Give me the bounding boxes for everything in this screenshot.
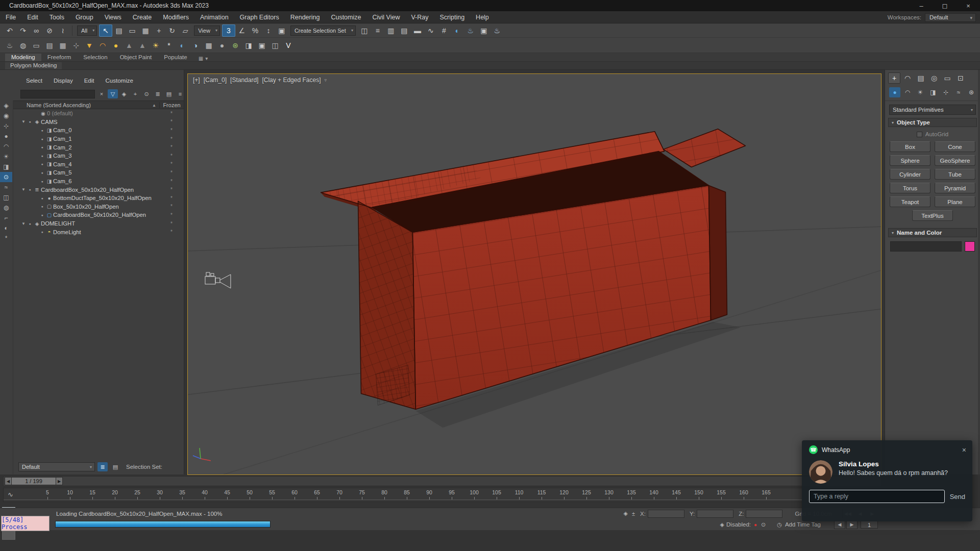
reference-coordinate-dropdown[interactable]: View▾ [194, 26, 220, 36]
render-teapot-icon[interactable]: ♨ [3, 39, 16, 52]
autogrid-checkbox[interactable] [917, 132, 922, 137]
display-frozen-icon[interactable]: * [0, 233, 12, 243]
display-children-icon[interactable]: ⊹ [0, 121, 12, 131]
geometry-category-icon[interactable]: ● [889, 87, 900, 97]
rendered-frame-window-icon[interactable]: ▣ [477, 24, 491, 37]
display-spacewarps-icon[interactable]: ≈ [0, 182, 12, 192]
viewport-label-segment[interactable]: [Clay + Edged Faces] [262, 77, 321, 84]
camera-viewport[interactable]: [+][Cam_0][Standard][Clay + Edged Faces]… [187, 73, 881, 475]
primitive-button[interactable]: TextPlus [912, 210, 953, 221]
primitive-button[interactable]: Cylinder [890, 169, 930, 180]
viewport-menu-icon[interactable]: ▿ [324, 78, 327, 83]
explorer-row[interactable]: ● ● BottomDuctTape_50x10x20_HalfOpen * [13, 194, 184, 203]
primitive-button[interactable]: GeoSphere [935, 155, 975, 166]
visibility-eye-icon[interactable]: ● [39, 205, 45, 208]
explorer-row[interactable]: ◉ 0 (default) * [13, 109, 184, 118]
x-coordinate-field[interactable] [648, 510, 684, 518]
display-influences-icon[interactable]: ◉ [0, 111, 12, 121]
close-button[interactable]: × [957, 0, 980, 11]
schematic-view-icon[interactable]: # [437, 24, 451, 37]
visibility-eye-icon[interactable]: ● [39, 162, 45, 166]
frozen-toggle[interactable]: * [159, 161, 184, 167]
lock-cell-editing-icon[interactable]: ◈ [0, 101, 12, 111]
angle-snap-icon[interactable]: ∠ [235, 24, 249, 37]
frozen-toggle[interactable]: * [159, 119, 184, 124]
camera-icon[interactable]: ◨ [242, 39, 255, 52]
explorer-preset-dropdown[interactable]: Default ▾ [18, 462, 95, 471]
vray-toolbar-icon[interactable]: V [282, 39, 295, 52]
absolute-relative-icon[interactable]: ± [632, 511, 635, 517]
safe-scene-shield-icon[interactable]: ◈ [720, 521, 724, 528]
render-production-icon[interactable]: ♨ [491, 24, 504, 37]
visibility-eye-icon[interactable]: ● [39, 196, 45, 200]
primitive-button[interactable]: Box [890, 141, 930, 152]
ribbon-tab[interactable]: Selection [77, 54, 113, 61]
display-cameras-icon[interactable]: ◨ [0, 162, 12, 172]
state-sets-box-icon[interactable]: ▦ [56, 39, 69, 52]
name-and-color-rollout[interactable]: ▾ Name and Color [888, 228, 977, 237]
modify-tab-icon[interactable]: ◠ [901, 72, 914, 84]
sun-light-icon[interactable]: ☀ [149, 39, 162, 52]
visibility-eye-icon[interactable]: ● [39, 137, 45, 141]
primitive-button[interactable]: Tube [935, 169, 975, 180]
object-type-rollout[interactable]: ▾ Object Type [888, 118, 977, 127]
material-sphere-glass-icon[interactable]: ◑ [189, 39, 202, 52]
viewport-label-segment[interactable]: [Cam_0] [204, 77, 227, 84]
menu-item[interactable]: File [0, 14, 21, 21]
frozen-toggle[interactable]: * [159, 170, 184, 176]
menu-item[interactable]: Customize [325, 14, 366, 21]
dome-light-icon[interactable]: ◠ [96, 39, 109, 52]
light-funnel-icon[interactable]: ▼ [83, 39, 96, 52]
show-hierarchy-icon[interactable]: ▤ [164, 89, 174, 98]
z-coordinate-field[interactable] [746, 510, 782, 518]
explorer-menu-item[interactable]: Edit [80, 77, 99, 84]
primitive-button[interactable]: Torus [890, 183, 930, 193]
explorer-row[interactable]: ● ◨ Cam_1 * [13, 135, 184, 143]
display-helpers-icon[interactable]: ⊙ [0, 172, 12, 182]
object-name-field[interactable] [890, 241, 962, 252]
shapes-category-icon[interactable]: ◠ [902, 87, 913, 97]
scene-nodes-icon[interactable]: ⊹ [69, 39, 83, 52]
primitive-button[interactable]: Cone [935, 141, 975, 152]
explorer-search-input[interactable] [20, 90, 95, 98]
ribbon-minimize-icon[interactable]: ▾ [205, 56, 208, 61]
time-slider-handle[interactable]: ◀ 1 / 199 ▶ [5, 477, 63, 485]
frozen-toggle[interactable]: * [159, 111, 184, 116]
frozen-toggle[interactable]: * [159, 221, 184, 227]
hierarchy-tab-icon[interactable]: ▤ [915, 72, 927, 84]
rays-light-icon[interactable]: * [162, 39, 176, 52]
align-icon[interactable]: ≡ [371, 24, 384, 37]
explorer-row[interactable]: ● ◨ Cam_6 * [13, 177, 184, 186]
explorer-row[interactable]: ● ◨ Cam_3 * [13, 152, 184, 160]
frozen-toggle[interactable]: * [159, 144, 184, 150]
motion-tab-icon[interactable]: ◎ [928, 72, 940, 84]
explorer-row[interactable]: ● ◓ DomeLight * [13, 228, 184, 236]
visibility-eye-icon[interactable]: ● [39, 230, 45, 234]
uv-checker-icon[interactable]: ▦ [202, 39, 215, 52]
explorer-row[interactable]: ● ◨ Cam_4 * [13, 160, 184, 169]
show-layers-icon[interactable]: ≣ [153, 89, 163, 98]
menu-item[interactable]: Views [99, 14, 127, 21]
frozen-toggle[interactable]: * [159, 153, 184, 159]
frozen-toggle[interactable]: * [159, 187, 184, 192]
frozen-toggle[interactable]: * [159, 212, 184, 218]
footer-list-icon[interactable]: ▤ [110, 462, 120, 471]
filter-funnel-icon[interactable]: ▽ [108, 89, 118, 98]
time-slider[interactable]: ◀ 1 / 199 ▶ [3, 476, 881, 486]
rectangular-selection-region-icon[interactable]: ▭ [126, 24, 139, 37]
whatsapp-notification[interactable]: ☎ WhatsApp × Sílvia Lopes Hello! Sabes [802, 440, 972, 521]
expand-arrow-icon[interactable]: ▼ [20, 221, 27, 226]
frozen-toggle[interactable]: * [159, 195, 184, 201]
footer-layers-icon[interactable]: ≣ [97, 462, 108, 471]
menu-item[interactable]: Help [470, 14, 495, 21]
frozen-toggle[interactable]: * [159, 179, 184, 184]
y-coordinate-field[interactable] [697, 510, 733, 518]
visibility-eye-icon[interactable]: ● [39, 213, 45, 217]
select-and-move-icon[interactable]: + [152, 24, 165, 37]
cone-light-a-icon[interactable]: ▲ [122, 39, 136, 52]
command-panel-scrollbar[interactable] [978, 70, 980, 474]
lights-category-icon[interactable]: ☀ [915, 87, 926, 97]
visibility-eye-icon[interactable]: ● [39, 145, 45, 149]
primitive-button[interactable]: Pyramid [935, 183, 975, 193]
sphere-light-icon[interactable]: ● [109, 39, 122, 52]
